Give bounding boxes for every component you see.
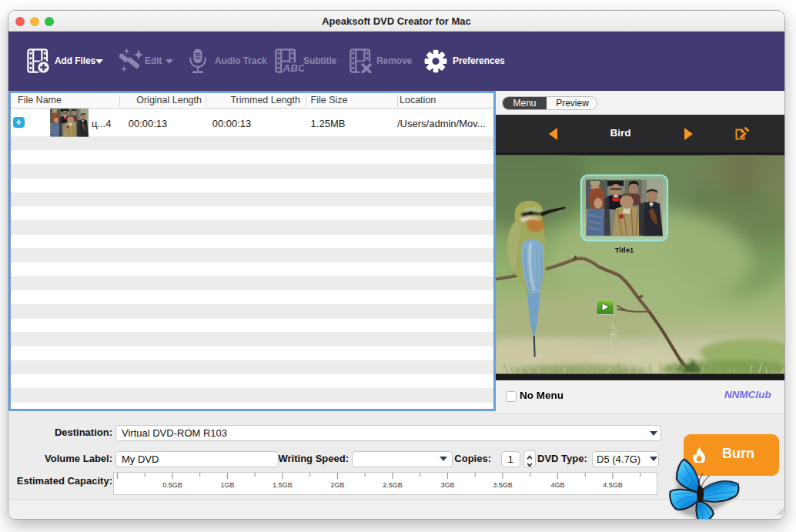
svg-text:2.5GB: 2.5GB [383,481,403,489]
svg-text:2GB: 2GB [330,481,344,489]
svg-text:4GB: 4GB [550,481,564,489]
svg-text:ABC: ABC [283,62,305,73]
svg-text:4.5GB: 4.5GB [603,481,623,489]
svg-text:3GB: 3GB [440,481,454,489]
svg-text:1.5GB: 1.5GB [273,481,293,489]
svg-text:1GB: 1GB [220,481,234,489]
svg-text:0.5GB: 0.5GB [162,481,182,489]
svg-text:3.5GB: 3.5GB [493,481,513,489]
svg-text:Title1: Title1 [615,246,634,254]
